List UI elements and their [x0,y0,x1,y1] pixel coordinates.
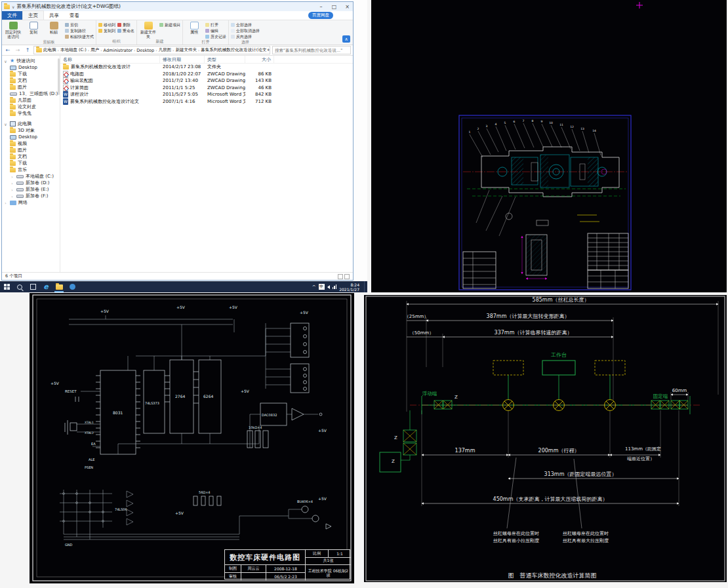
edit-button[interactable]: 编辑 [205,28,226,33]
crumb-desktop[interactable]: Desktop [136,48,154,53]
crumb-current[interactable]: 募集系列机械数控化改造设计(论文+DWG图纸) [201,47,270,53]
select-all-button[interactable]: 全部选择 [231,22,260,28]
volume-icon[interactable] [327,285,330,289]
sidebar-item-pc-documents[interactable]: 文档 [2,153,60,160]
column-name[interactable]: 名称 [60,56,160,63]
task-view-button[interactable] [26,281,39,292]
sidebar-item-3d-objects[interactable]: 3D 对象 [2,127,60,134]
sidebar-scrollbar[interactable] [58,58,60,95]
file-row[interactable]: 计算简图 2011/1/1 5:25 ZWCAD Drawing 46 KB [60,85,353,92]
crumb-new-folder[interactable]: 新建文件夹 [175,47,197,53]
file-row[interactable]: W课程设计 2011/5/27 5:05 Microsoft Word 文档 8… [60,91,353,98]
crumb-this-pc[interactable]: 此电脑 [43,47,56,53]
column-type[interactable]: 类型 [205,56,245,63]
sidebar-item-xuetutu[interactable]: 学兔兔 [2,110,60,117]
chevron-down-icon[interactable]: ∨ [3,59,8,64]
chevron-right-icon[interactable]: › [10,181,14,186]
address-folder-icon [36,48,42,52]
search-input[interactable] [275,48,348,53]
tab-share[interactable]: 共享 [44,11,64,20]
new-item-button[interactable]: 新建项目 [159,22,180,28]
column-size[interactable]: 大小 [245,56,274,63]
back-button[interactable]: ← [4,47,12,54]
chevron-right-icon[interactable]: › [10,174,14,179]
sidebar-item-disk-c[interactable]: ›本地磁盘 (C:) [2,173,60,180]
file-row[interactable]: 输出装配图 2011/7/2 13:40 ZWCAD Drawing 143 K… [60,77,353,85]
file-row[interactable]: 募集系列机械数控化改造设计 2014/2/17 23:08 文件夹 [60,64,353,71]
chevron-down-icon[interactable]: ∨ [3,122,8,127]
forward-button[interactable]: → [14,47,22,54]
thumbnail-view-icon[interactable] [344,274,350,279]
start-button[interactable] [0,281,13,292]
sidebar-item-3d-drawings[interactable]: 13、三维图纸 (D:) [2,90,60,97]
show-desktop-button[interactable] [364,281,367,292]
up-button[interactable]: ↑ [24,47,31,54]
copy-path-button[interactable]: 复制路径 [65,28,94,33]
sidebar-item-music[interactable]: 音乐 [2,167,60,173]
sidebar-item-disk-e[interactable]: ›新加卷 (E:) [2,186,60,193]
rename-button[interactable]: 重命名 [117,28,134,33]
file-row[interactable]: 电路图 2018/1/20 22:07 ZWCAD Drawing 86 KB [60,71,353,78]
paste-button[interactable]: 粘贴 [45,21,63,35]
tab-file[interactable]: 文件 [2,11,22,20]
taskbar-browser-button[interactable] [66,281,79,292]
tab-view[interactable]: 查看 [64,11,85,20]
sidebar-item-pc-downloads[interactable]: 下载 [2,160,60,167]
sidebar-item-label: Desktop [18,134,37,140]
sidebar-item-pc-pictures[interactable]: 图片 [2,147,60,153]
copy-button[interactable]: 复制 [24,21,43,35]
network-icon[interactable] [333,284,337,289]
chevron-right-icon[interactable]: › [10,187,14,192]
crumb-separator: › [100,48,102,52]
pin-quick-access-button[interactable]: 固定到快速访问 [4,21,22,39]
sidebar-item-fanchentu[interactable]: 凡晨图 [2,97,60,104]
open-button[interactable]: 打开 [205,22,226,28]
delete-label: 删除 [123,22,131,28]
maximize-button[interactable]: □ [329,2,340,11]
crumb-administrator[interactable]: Administrator [104,48,132,53]
paste-shortcut-button[interactable]: 粘贴快捷方式 [65,34,94,39]
chevron-right-icon[interactable]: › [3,201,8,205]
ribbon-cloud-icon[interactable]: ∧ [342,35,350,43]
tab-home[interactable]: 主页 [22,10,44,20]
cut-button[interactable]: 剪切 [65,22,94,28]
taskbar-edge-button[interactable]: e [39,281,52,292]
chevron-right-icon[interactable]: › [10,194,14,199]
sidebar-item-videos[interactable]: 视频 [2,140,60,147]
history-button[interactable]: 历史记录 [205,34,226,39]
minimize-button[interactable]: – [315,2,327,11]
sidebar-item-disk-d[interactable]: ›新加卷 (D:) [2,180,60,186]
sidebar-item-desktop[interactable]: Desktop [2,64,60,71]
close-button[interactable]: × [342,2,353,11]
sidebar-item-documents[interactable]: 文档 [2,77,60,84]
crumb-disk-c[interactable]: 本地磁盘 (C:) [60,47,87,53]
sidebar-quick-access[interactable]: ∨★快速访问 [2,58,60,64]
details-view-icon[interactable] [338,274,343,279]
sidebar-item-cover[interactable]: 论文封皮 [2,104,60,110]
file-row[interactable]: W募集系列机械数控化改造设计论文 2007/1/1 4:16 Microsoft… [60,98,353,106]
new-folder-button[interactable]: 新建文件夹 [139,21,157,39]
sidebar-item-downloads[interactable]: 下载 [2,71,60,77]
invert-selection-button[interactable]: 反向选择 [231,34,260,39]
qat-dropdown-icon[interactable]: ∨ [12,5,14,9]
taskbar-explorer-button[interactable] [52,281,66,292]
crumb-fanchentu[interactable]: 凡晨图 [159,47,172,53]
taskbar-search-button[interactable] [13,281,26,292]
delete-button[interactable]: 删除 [117,22,134,28]
sidebar-this-pc[interactable]: ∨此电脑 [2,121,60,127]
sidebar-item-pc-desktop[interactable]: Desktop [2,134,60,140]
sidebar-item-disk-f[interactable]: ›新加卷 (F:) [2,193,60,199]
cloud-promo-button[interactable]: 百度网盘 [308,12,333,19]
taskbar-clock[interactable]: 8:24 2021/1/27 [339,283,359,292]
ime-indicator[interactable]: 中 [319,284,325,290]
select-none-button[interactable]: 全部取消选择 [231,28,260,33]
move-to-button[interactable]: 移动到 [98,22,115,28]
copy-to-button[interactable]: 复制到 [98,28,115,33]
sidebar-network[interactable]: ›网络 [2,199,60,206]
sidebar-item-pictures[interactable]: 图片 [2,84,60,90]
column-date[interactable]: 修改日期 [160,56,205,63]
breadcrumb[interactable]: 此电脑› 本地磁盘 (C:)› 用户› Administrator› Deskt… [33,46,270,54]
properties-button[interactable]: 属性 [185,21,203,35]
crumb-users[interactable]: 用户 [91,47,99,53]
tray-expand-icon[interactable]: ^ [312,284,316,290]
